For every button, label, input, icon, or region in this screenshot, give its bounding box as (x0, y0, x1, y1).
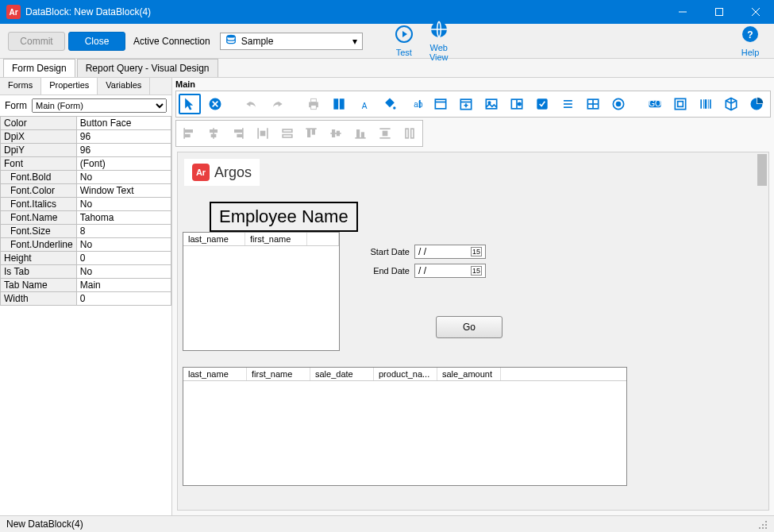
subtab-properties[interactable]: Properties (41, 78, 98, 94)
svg-point-76 (765, 521, 767, 522)
calendar-icon[interactable]: 15 (471, 247, 482, 256)
column-header[interactable]: product_na... (374, 368, 437, 380)
split-tool[interactable] (506, 94, 528, 114)
property-value[interactable]: 96 (76, 130, 171, 144)
column-header[interactable]: last_name (183, 368, 247, 380)
label-tool[interactable]: ab (404, 94, 426, 114)
property-row[interactable]: Is TabNo (1, 265, 171, 279)
chart-tool[interactable] (745, 94, 768, 114)
distribute-h-icon[interactable] (252, 123, 273, 144)
go-button[interactable]: Go (436, 316, 503, 338)
text-tool[interactable]: A (353, 94, 375, 114)
property-value[interactable]: 96 (76, 144, 171, 157)
redo-button[interactable] (266, 94, 288, 114)
col-first-name[interactable]: first_name (245, 233, 307, 245)
same-height-icon[interactable] (399, 123, 420, 144)
minimize-button[interactable] (664, 0, 701, 24)
property-row[interactable]: Width0 (1, 292, 171, 306)
print-tool[interactable] (302, 94, 325, 114)
property-value[interactable]: No (76, 171, 171, 184)
database-icon (225, 34, 237, 48)
column-header[interactable]: sale_amount (437, 368, 501, 380)
employee-grid[interactable]: last_name first_name (183, 232, 340, 351)
property-value[interactable]: Window Text (76, 184, 171, 198)
subtab-variables[interactable]: Variables (98, 78, 150, 94)
form-selector[interactable]: Main (Form) (32, 98, 167, 113)
radio-tool[interactable] (607, 94, 630, 114)
property-row[interactable]: ColorButton Face (1, 117, 171, 130)
property-row[interactable]: Font(Font) (1, 157, 171, 171)
col-last-name[interactable]: last_name (183, 233, 245, 245)
results-grid[interactable]: last_namefirst_namesale_dateproduct_na..… (183, 367, 627, 486)
property-row[interactable]: Font.ColorWindow Text (1, 184, 171, 198)
property-value[interactable]: No (76, 238, 171, 252)
window-title: DataBlock: New DataBlock(4) (25, 6, 664, 17)
property-value[interactable]: 0 (76, 252, 171, 265)
property-value[interactable]: No (76, 198, 171, 211)
image-tool[interactable] (480, 94, 503, 114)
tab-form-design[interactable]: Form Design (3, 59, 75, 77)
cube-tool[interactable] (720, 94, 742, 114)
main-toolbar: Commit Close Active Connection Sample ▾ … (0, 24, 774, 59)
barcode-tool[interactable] (695, 94, 717, 114)
vertical-scrollbar[interactable] (756, 152, 768, 494)
date-tool[interactable] (455, 94, 477, 114)
property-row[interactable]: Font.BoldNo (1, 171, 171, 184)
test-button[interactable]: Test (388, 25, 420, 57)
align-center-h-icon[interactable] (203, 123, 225, 144)
property-row[interactable]: Font.UnderlineNo (1, 238, 171, 252)
list-tool[interactable] (556, 94, 579, 114)
help-button[interactable]: ? Help (734, 25, 766, 57)
align-bottom-icon[interactable] (350, 123, 372, 144)
distribute-v-icon[interactable] (374, 123, 395, 144)
delete-tool[interactable] (204, 94, 226, 114)
group-tool[interactable] (669, 94, 691, 114)
calendar-icon[interactable]: 15 (471, 266, 482, 276)
align-left-icon[interactable] (179, 123, 200, 144)
checkbox-tool[interactable] (531, 94, 553, 114)
scrollbar-thumb[interactable] (757, 154, 767, 186)
property-row[interactable]: DpiY96 (1, 144, 171, 157)
property-row[interactable]: DpiX96 (1, 130, 171, 144)
subtab-forms[interactable]: Forms (0, 78, 41, 94)
tab-report-query[interactable]: Report Query - Visual Design (77, 59, 218, 77)
employee-name-label[interactable]: Employee Name (210, 202, 358, 232)
property-row[interactable]: Font.NameTahoma (1, 211, 171, 225)
fill-tool[interactable] (379, 94, 401, 114)
commit-button[interactable]: Commit (8, 32, 65, 51)
property-row[interactable]: Font.Size8 (1, 225, 171, 238)
panel-tool[interactable] (429, 94, 452, 114)
align-middle-icon[interactable] (325, 123, 347, 144)
maximize-button[interactable] (701, 0, 737, 24)
resize-grip-icon[interactable] (757, 519, 768, 530)
property-value[interactable]: 0 (76, 292, 171, 306)
property-row[interactable]: Font.ItalicsNo (1, 198, 171, 211)
property-row[interactable]: Height0 (1, 252, 171, 265)
grid-tool[interactable] (582, 94, 604, 114)
close-window-button[interactable] (737, 0, 774, 24)
property-value[interactable]: 8 (76, 225, 171, 238)
property-value[interactable]: Tahoma (76, 211, 171, 225)
same-width-icon[interactable] (276, 123, 298, 144)
property-row[interactable]: Tab NameMain (1, 279, 171, 292)
pointer-tool[interactable] (179, 94, 201, 114)
close-button[interactable]: Close (68, 32, 125, 51)
undo-button[interactable] (241, 94, 263, 114)
property-grid[interactable]: ColorButton FaceDpiX96DpiY96Font(Font)Fo… (0, 116, 171, 515)
align-right-icon[interactable] (228, 123, 249, 144)
property-value[interactable]: Main (76, 279, 171, 292)
start-date-input[interactable]: / /15 (414, 245, 486, 259)
property-value[interactable]: (Font) (76, 157, 171, 171)
column-header[interactable]: sale_date (310, 368, 374, 380)
column-header[interactable]: first_name (247, 368, 310, 380)
property-value[interactable]: Button Face (76, 117, 171, 130)
end-date-input[interactable]: / /15 (414, 264, 486, 278)
connection-dropdown[interactable]: Sample ▾ (220, 33, 363, 50)
go-link-tool[interactable]: GO (644, 94, 666, 114)
align-top-icon[interactable] (301, 123, 322, 144)
logo-widget[interactable]: Ar Argos (184, 159, 260, 186)
book-tool[interactable] (328, 94, 350, 114)
design-canvas[interactable]: Ar Argos Employee Name last_name first_n… (177, 152, 769, 511)
web-view-button[interactable]: Web View (423, 20, 455, 62)
property-value[interactable]: No (76, 265, 171, 279)
